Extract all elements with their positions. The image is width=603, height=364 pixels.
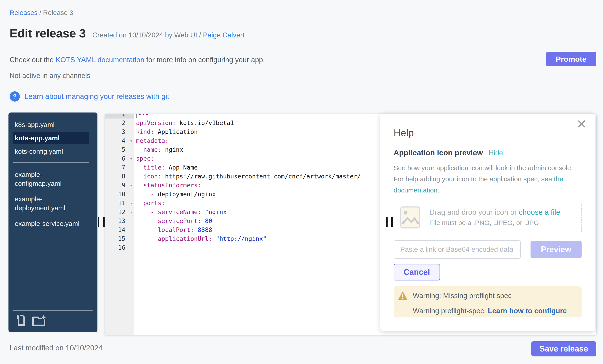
add-folder-icon[interactable]	[32, 315, 46, 326]
icon-preview-section-header: Application icon preview Hide	[394, 148, 582, 157]
sidebar-actions	[13, 310, 93, 329]
fold-arrow-icon[interactable]: ▾	[130, 136, 132, 145]
promote-button[interactable]: Promote	[546, 52, 596, 66]
page-title: Edit release 3	[10, 26, 86, 40]
gutter-line-11: 11▾	[105, 199, 134, 208]
doc-prefix: Check out the	[10, 56, 56, 64]
preflight-warning-box: Warning: Missing preflight spec Warning …	[394, 286, 582, 318]
title-row: Edit release 3 Created on 10/10/2024 by …	[10, 26, 244, 40]
doc-line: Check out the KOTS YAML documentation fo…	[10, 56, 265, 64]
gutter-line-16: 16	[105, 243, 134, 252]
text-cursor	[136, 114, 137, 118]
dropzone-text: Drag and drop your icon or choose a file…	[429, 207, 560, 228]
gutter-line-9: 9▾	[105, 181, 134, 190]
gutter-line-2: 2	[105, 119, 134, 127]
icon-dropzone[interactable]: Drag and drop your icon or choose a file…	[394, 202, 582, 233]
learn-how-to-configure-link[interactable]: Learn how to configure	[488, 307, 567, 315]
sidebar-file-kots-config.yaml[interactable]: kots-config.yaml	[13, 145, 83, 157]
gutter-line-13: 13	[105, 217, 134, 225]
gutter-line-8: 8	[105, 172, 134, 181]
gutter-line-10: 10	[105, 190, 134, 199]
author-link[interactable]: Paige Calvert	[203, 31, 244, 39]
gutter-line-15: 15	[105, 234, 134, 243]
breadcrumb-current: Release 3	[43, 9, 73, 16]
preview-button[interactable]: Preview	[531, 241, 582, 258]
gutter-line-5: 5	[105, 145, 134, 154]
git-help-row: ? Learn about managing your releases wit…	[10, 91, 169, 102]
question-icon: ?	[10, 91, 20, 102]
fold-arrow-icon[interactable]: ▾	[130, 208, 132, 217]
file-list-divider	[13, 162, 89, 163]
close-icon[interactable]	[577, 119, 587, 129]
choose-file-link[interactable]: choose a file	[519, 208, 560, 216]
file-group: k8s-app.yamlkots-app.yamlkots-config.yam…	[13, 119, 89, 157]
sidebar-file-example-deployment.yaml[interactable]: example-deployment.yaml	[13, 193, 83, 214]
gutter-line-14: 14	[105, 225, 134, 234]
add-file-icon[interactable]	[16, 315, 26, 326]
dropzone-hint: File must be a .PNG, .JPEG, or .JPG	[429, 217, 560, 228]
sidebar-file-example-service.yaml[interactable]: example-service.yaml	[13, 218, 83, 230]
warning-detail: Warning preflight-spec. Learn how to con…	[413, 307, 575, 315]
hide-link[interactable]: Hide	[489, 149, 503, 157]
warning-detail-text: Warning preflight-spec.	[413, 307, 488, 315]
dropzone-text-prefix: Drag and drop your icon or	[429, 208, 519, 216]
channel-status: Not active in any channels	[10, 72, 90, 80]
section-title: Application icon preview	[394, 148, 483, 157]
file-group: example-configmap.yamlexample-deployment…	[13, 169, 89, 230]
file-list: k8s-app.yamlkots-app.yamlkots-config.yam…	[9, 112, 97, 230]
save-release-button[interactable]: Save release	[531, 341, 596, 356]
gutter-line-4: 4▾	[105, 136, 134, 145]
edit-release-page: Releases / Release 3 Edit release 3 Crea…	[0, 0, 603, 364]
fold-arrow-icon[interactable]: ▾	[130, 154, 132, 163]
doc-suffix: for more info on configuring your app.	[144, 56, 265, 64]
sidebar-resize-handle[interactable]	[98, 217, 104, 227]
warning-triangle-icon	[398, 291, 408, 300]
last-modified-text: Last modified on 10/10/2024	[10, 344, 102, 352]
kots-yaml-doc-link[interactable]: KOTS YAML documentation	[56, 56, 144, 64]
created-meta: Created on 10/10/2024 by Web UI / Paige …	[92, 31, 244, 39]
breadcrumb-separator: /	[39, 9, 43, 16]
breadcrumb: Releases / Release 3	[10, 9, 73, 16]
breadcrumb-releases-link[interactable]: Releases	[10, 9, 37, 16]
sidebar-file-example-configmap.yaml[interactable]: example-configmap.yaml	[13, 169, 83, 189]
created-text: Created on 10/10/2024 by Web UI /	[92, 31, 203, 39]
help-description: See how your application icon will look …	[394, 162, 582, 196]
description-period: .	[438, 187, 439, 194]
fold-arrow-icon[interactable]: ▾	[130, 199, 132, 208]
file-tree-sidebar: k8s-app.yamlkots-app.yamlkots-config.yam…	[9, 112, 97, 332]
help-resize-handle[interactable]	[386, 217, 393, 227]
gutter-line-6: 6▾	[105, 154, 134, 163]
image-placeholder-icon	[400, 206, 420, 229]
icon-url-input[interactable]	[394, 240, 521, 259]
cancel-button[interactable]: Cancel	[394, 264, 440, 280]
warning-title: Warning: Missing preflight spec	[413, 292, 511, 300]
help-title: Help	[394, 127, 582, 139]
gutter-line-1: 1	[105, 114, 134, 119]
gutter-line-3: 3	[105, 127, 134, 136]
editor-gutter: 1234▾56▾789▾1011▾12▾13141516	[105, 114, 134, 335]
fold-arrow-icon[interactable]: ▾	[130, 181, 132, 190]
sidebar-file-k8s-app.yaml[interactable]: k8s-app.yaml	[13, 119, 83, 131]
gutter-line-7: 7	[105, 163, 134, 172]
gutter-line-12: 12▾	[105, 208, 134, 217]
git-releases-link[interactable]: Learn about managing your releases with …	[24, 92, 169, 101]
help-panel: Help Application icon preview Hide See h…	[380, 114, 595, 331]
icon-url-row: Preview	[394, 240, 582, 259]
sidebar-file-kots-app.yaml[interactable]: kots-app.yaml	[13, 132, 89, 144]
